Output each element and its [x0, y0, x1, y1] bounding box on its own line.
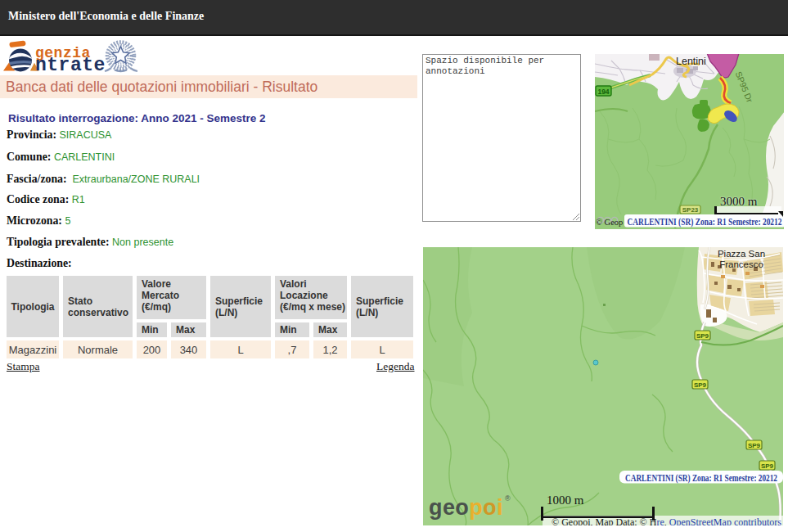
- svg-text:SP9: SP9: [761, 462, 774, 470]
- svg-text:Piazza San: Piazza San: [718, 249, 765, 259]
- svg-text:1000 m: 1000 m: [547, 494, 584, 507]
- svg-text:CARLENTINI (SR) Zona: R1 Semes: CARLENTINI (SR) Zona: R1 Semestre: 20212: [625, 471, 777, 484]
- svg-text:SP9: SP9: [748, 442, 761, 449]
- svg-text:SP9: SP9: [696, 332, 709, 340]
- svg-text:CARLENTINI (SR) Zona: R1 Semes: CARLENTINI (SR) Zona: R1 Semestre: 20212: [628, 215, 782, 228]
- svg-text:SP9: SP9: [694, 381, 707, 389]
- svg-text:© Geop: © Geop: [596, 218, 623, 227]
- svg-text:SP23: SP23: [682, 206, 699, 214]
- svg-text:Lentini: Lentini: [676, 56, 706, 67]
- svg-text:Francesco: Francesco: [719, 259, 763, 269]
- svg-text:© Geopoi, Map Data: © Hre, Ope: © Geopoi, Map Data: © Hre, OpenStreetMap…: [552, 516, 781, 526]
- svg-text:194: 194: [597, 88, 609, 96]
- svg-text:geopoi: geopoi: [429, 495, 503, 520]
- svg-text:3000 m: 3000 m: [720, 195, 758, 208]
- svg-text:®: ®: [505, 494, 511, 503]
